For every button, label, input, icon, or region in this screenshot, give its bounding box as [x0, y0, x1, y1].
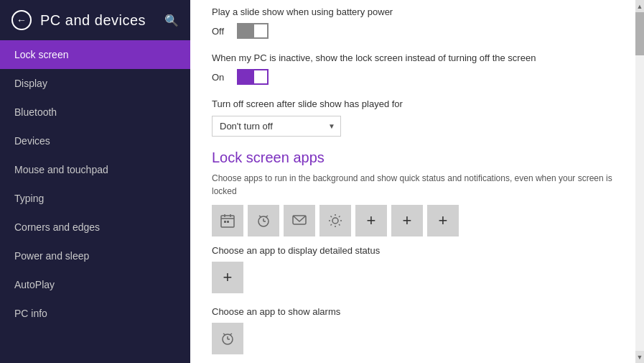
search-icon[interactable]: 🔍: [164, 14, 179, 27]
svg-line-10: [266, 216, 268, 217]
sidebar-header: ← PC and devices 🔍: [0, 0, 190, 40]
alarm-app-icon[interactable]: [248, 205, 279, 236]
add-app-button-3[interactable]: +: [427, 205, 459, 236]
alarm-clock-icon: [220, 331, 235, 346]
toggle-thumb-on: [254, 70, 267, 83]
sidebar-item-display[interactable]: Display: [0, 69, 190, 98]
sidebar-item-autoplay[interactable]: AutoPlay: [0, 270, 190, 299]
svg-line-20: [331, 224, 332, 226]
svg-line-18: [339, 224, 340, 226]
dropdown-setting: Turn off screen after slide show has pla…: [212, 98, 614, 136]
detailed-status-add-button[interactable]: +: [212, 262, 243, 293]
lock-screen-apps-heading: Lock screen apps: [212, 150, 614, 166]
main-content: Play a slide show when using battery pow…: [190, 0, 635, 363]
svg-line-25: [230, 334, 232, 335]
main-wrapper: Play a slide show when using battery pow…: [190, 0, 644, 363]
screen-off-dropdown[interactable]: Don't turn off 1 minute 2 minutes 5 minu…: [212, 116, 341, 137]
inactive-lock-state: On: [212, 72, 230, 83]
weather-icon: [327, 213, 343, 229]
inactive-lock-setting: When my PC is inactive, show the lock sc…: [212, 52, 614, 85]
svg-point-12: [332, 218, 338, 224]
scroll-thumb[interactable]: [635, 12, 644, 55]
slideshow-battery-toggle-row: Off: [212, 23, 614, 39]
sidebar-item-lock-screen[interactable]: Lock screen: [0, 40, 190, 69]
sidebar-item-corners-edges[interactable]: Corners and edges: [0, 213, 190, 242]
detailed-status-label: Choose an app to display detailed status: [212, 245, 614, 256]
messaging-app-icon[interactable]: [284, 205, 315, 236]
sidebar-item-typing[interactable]: Typing: [0, 184, 190, 213]
alarms-setting: Choose an app to show alarms: [212, 306, 614, 354]
scrollbar[interactable]: ▲ ▼: [635, 0, 644, 363]
scroll-down-arrow[interactable]: ▼: [635, 351, 644, 363]
sidebar-item-pc-info[interactable]: PC info: [0, 299, 190, 328]
calendar-app-icon[interactable]: [212, 205, 243, 236]
sidebar-item-mouse-touchpad[interactable]: Mouse and touchpad: [0, 155, 190, 184]
back-icon: ←: [17, 14, 27, 26]
add-app-button-1[interactable]: +: [355, 205, 387, 236]
svg-line-9: [259, 216, 261, 217]
slideshow-battery-setting: Play a slide show when using battery pow…: [212, 6, 614, 39]
slideshow-battery-label: Play a slide show when using battery pow…: [212, 6, 614, 19]
alarm-icon: [256, 213, 271, 229]
sidebar-item-devices[interactable]: Devices: [0, 127, 190, 155]
svg-rect-5: [227, 221, 229, 223]
sidebar-item-bluetooth[interactable]: Bluetooth: [0, 98, 190, 127]
detailed-status-setting: Choose an app to display detailed status…: [212, 245, 614, 293]
add-app-button-2[interactable]: +: [391, 205, 423, 236]
lock-screen-apps-desc: Choose apps to run in the background and…: [212, 172, 614, 198]
inactive-lock-toggle[interactable]: [237, 69, 269, 85]
alarms-alarm-icon[interactable]: [212, 323, 243, 354]
svg-line-19: [339, 216, 340, 217]
svg-rect-4: [224, 221, 226, 223]
weather-app-icon[interactable]: [319, 205, 351, 236]
inactive-lock-toggle-row: On: [212, 69, 614, 85]
apps-row: + + +: [212, 205, 614, 236]
dropdown-wrapper: Don't turn off 1 minute 2 minutes 5 minu…: [212, 116, 341, 137]
svg-line-17: [331, 216, 332, 217]
messaging-icon: [291, 213, 307, 229]
inactive-lock-label: When my PC is inactive, show the lock sc…: [212, 52, 614, 65]
scroll-track[interactable]: [635, 12, 644, 351]
toggle-thumb: [254, 24, 267, 37]
scroll-up-arrow[interactable]: ▲: [635, 0, 644, 12]
slideshow-battery-toggle[interactable]: [237, 23, 269, 39]
back-button[interactable]: ←: [11, 10, 32, 30]
svg-line-24: [223, 334, 225, 335]
sidebar-title: PC and devices: [40, 12, 146, 29]
calendar-icon: [220, 213, 235, 229]
slideshow-battery-state: Off: [212, 26, 230, 37]
nav-list: Lock screen Display Bluetooth Devices Mo…: [0, 40, 190, 328]
alarms-label: Choose an app to show alarms: [212, 306, 614, 317]
sidebar-item-power-sleep[interactable]: Power and sleep: [0, 242, 190, 270]
sidebar: ← PC and devices 🔍 Lock screen Display B…: [0, 0, 190, 363]
dropdown-label: Turn off screen after slide show has pla…: [212, 98, 614, 111]
